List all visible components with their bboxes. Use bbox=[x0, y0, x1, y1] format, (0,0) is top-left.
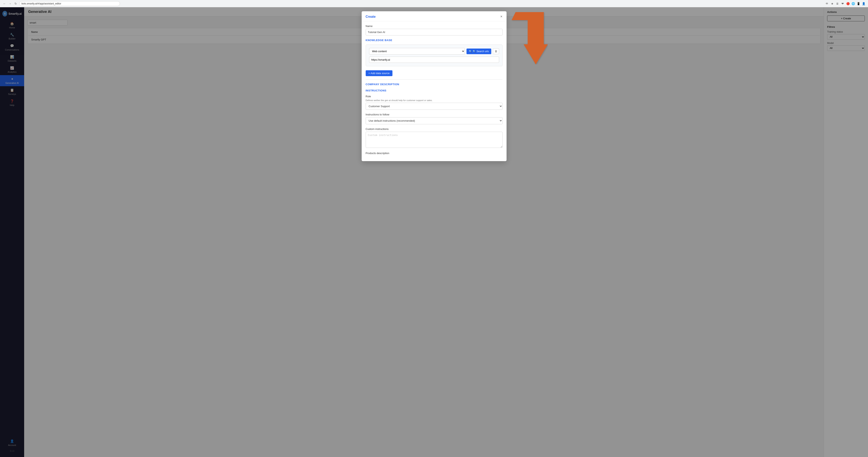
kb-url-input[interactable] bbox=[369, 57, 499, 63]
extension-icon-3: ❤ bbox=[841, 2, 845, 6]
nav-back-button[interactable]: ← bbox=[2, 2, 6, 6]
instructions-heading: INSTRUCTIONS bbox=[366, 89, 502, 92]
browser-bar: ← → ↻ 👁 ★ 🖥 ❤ 🔴 🌐 📱 👤 bbox=[0, 0, 868, 7]
delete-kb-button[interactable]: 🗑 bbox=[493, 48, 499, 54]
role-label: Role bbox=[366, 95, 502, 98]
company-description-section: COMPANY DESCRIPTION bbox=[366, 83, 502, 86]
search-urls-label: 🔍 Search urls bbox=[473, 50, 489, 53]
modal-body: Name KNOWLEDGE BASE Web content File upl… bbox=[362, 21, 506, 161]
trash-icon: 🗑 bbox=[495, 50, 497, 53]
arrow-annotation bbox=[503, 12, 548, 64]
modal-title: Create bbox=[366, 15, 376, 19]
modal: Create × Name KNOWLEDGE BASE Web content… bbox=[362, 11, 506, 161]
products-description-field: Products description bbox=[366, 152, 502, 155]
name-label: Name bbox=[366, 25, 502, 28]
knowledge-base-section: KNOWLEDGE BASE Web content File upload M… bbox=[366, 39, 502, 76]
instructions-section: INSTRUCTIONS Role Defines wether the gen… bbox=[366, 89, 502, 155]
extension-icon-1: 👁 bbox=[825, 2, 829, 6]
browser-icons: 👁 ★ 🖥 ❤ 🔴 🌐 📱 👤 bbox=[825, 2, 866, 6]
add-data-source-button[interactable]: + Add data source bbox=[366, 70, 393, 76]
instructions-to-follow-label: Instructions to follow bbox=[366, 113, 502, 116]
knowledge-base-heading: KNOWLEDGE BASE bbox=[366, 39, 502, 42]
role-select[interactable]: Customer Support Sales bbox=[366, 103, 502, 110]
nav-forward-button[interactable]: → bbox=[8, 2, 12, 6]
role-description: Defines wether the gen ai should help fo… bbox=[366, 99, 502, 102]
kb-row: Web content File upload Manual 🔍 🔍 Searc… bbox=[369, 48, 499, 55]
url-bar[interactable] bbox=[19, 1, 120, 6]
name-field: Name bbox=[366, 25, 502, 35]
kb-type-select[interactable]: Web content File upload Manual bbox=[369, 48, 465, 55]
profile-icon: 👤 bbox=[862, 2, 866, 6]
modal-overlay: Create × Name KNOWLEDGE BASE Web content… bbox=[0, 7, 868, 457]
knowledge-base-content: Web content File upload Manual 🔍 🔍 Searc… bbox=[366, 45, 502, 66]
custom-instructions-textarea[interactable] bbox=[366, 132, 502, 148]
custom-instructions-label: Custom instructions bbox=[366, 127, 502, 131]
extension-icon-2: 🖥 bbox=[835, 2, 839, 6]
search-icon: 🔍 bbox=[469, 50, 472, 53]
company-description-heading: COMPANY DESCRIPTION bbox=[366, 83, 502, 86]
svg-marker-0 bbox=[512, 12, 548, 64]
extension-icon-5: 🌐 bbox=[851, 2, 855, 6]
instructions-to-follow-field: Instructions to follow Use default instr… bbox=[366, 113, 502, 124]
custom-instructions-field: Custom instructions bbox=[366, 127, 502, 148]
refresh-button[interactable]: ↻ bbox=[14, 2, 18, 6]
extension-icon-4: 🔴 bbox=[846, 2, 850, 6]
name-input[interactable] bbox=[366, 29, 502, 35]
role-field: Role Defines wether the gen ai should he… bbox=[366, 95, 502, 110]
search-urls-button[interactable]: 🔍 🔍 Search urls bbox=[466, 49, 491, 54]
modal-close-button[interactable]: × bbox=[500, 15, 502, 19]
extension-icon-6: 📱 bbox=[856, 2, 860, 6]
bookmark-icon: ★ bbox=[830, 2, 834, 6]
products-description-label: Products description bbox=[366, 152, 502, 155]
instructions-select[interactable]: Use default instructions (recommended) C… bbox=[366, 117, 502, 124]
modal-header: Create × bbox=[362, 11, 506, 21]
